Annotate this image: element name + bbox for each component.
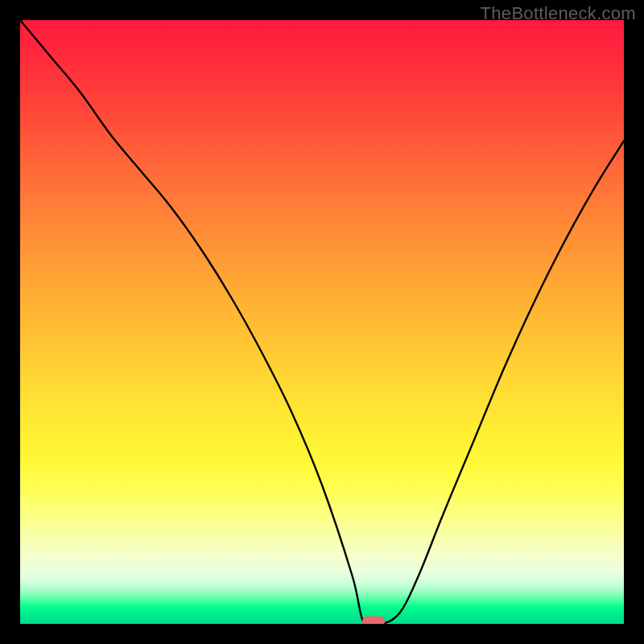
watermark-text: TheBottleneck.com: [481, 3, 636, 24]
plot-area: [20, 20, 624, 624]
bottleneck-point-marker: [362, 617, 385, 625]
bottleneck-curve: [20, 20, 624, 624]
chart-frame: TheBottleneck.com: [0, 0, 644, 644]
